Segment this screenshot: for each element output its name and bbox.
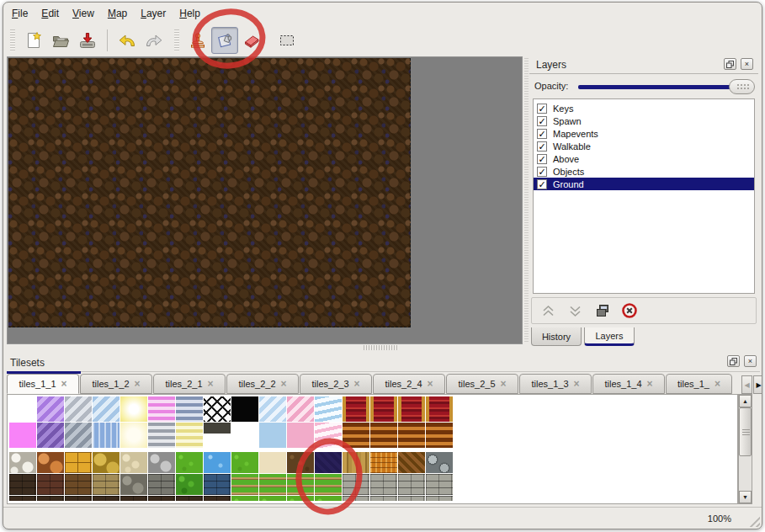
tile-swatch[interactable] bbox=[65, 396, 92, 422]
tile-swatch[interactable] bbox=[287, 396, 314, 422]
tile-swatch[interactable] bbox=[231, 423, 258, 448]
duplicate-layer-button[interactable] bbox=[592, 301, 612, 321]
tile-swatch[interactable] bbox=[315, 496, 342, 501]
tile-swatch[interactable] bbox=[398, 496, 425, 501]
tile-swatch[interactable] bbox=[120, 452, 147, 473]
close-icon[interactable]: × bbox=[744, 355, 757, 367]
eraser-tool-button[interactable] bbox=[238, 27, 265, 54]
tile-swatch[interactable] bbox=[370, 423, 397, 448]
tile-swatch[interactable] bbox=[9, 452, 36, 473]
tile-swatch[interactable] bbox=[315, 423, 342, 448]
tile-swatch[interactable] bbox=[65, 452, 92, 473]
tileset-tab-tiles_2_5[interactable]: tiles_2_5× bbox=[446, 374, 518, 394]
layer-visibility-checkbox[interactable]: ✓ bbox=[537, 116, 547, 126]
tile-swatch[interactable] bbox=[9, 423, 36, 448]
tile-swatch[interactable] bbox=[176, 496, 203, 501]
menu-help[interactable]: Help bbox=[179, 8, 200, 19]
tile-swatch[interactable] bbox=[259, 452, 286, 473]
tile-swatch[interactable] bbox=[93, 423, 120, 448]
tile-swatch[interactable] bbox=[37, 496, 64, 501]
tileset-tab-tiles_2_1[interactable]: tiles_2_1× bbox=[153, 374, 226, 394]
redo-button[interactable] bbox=[141, 27, 167, 54]
tile-swatch[interactable] bbox=[259, 396, 286, 422]
tile-swatch[interactable] bbox=[287, 452, 314, 473]
tileset-tab-tiles_2_3[interactable]: tiles_2_3× bbox=[300, 374, 372, 394]
layer-row-mapevents[interactable]: ✓Mapevents bbox=[534, 127, 754, 140]
tile-swatch[interactable] bbox=[426, 423, 453, 448]
tile-swatch[interactable] bbox=[204, 423, 231, 448]
close-tab-icon[interactable]: × bbox=[501, 378, 507, 390]
tile-swatch[interactable] bbox=[287, 474, 314, 495]
tile-swatch[interactable] bbox=[343, 396, 369, 422]
tile-swatch[interactable] bbox=[231, 452, 258, 473]
tile-swatch[interactable] bbox=[176, 452, 203, 473]
scroll-tabs-right-icon[interactable]: ▶ bbox=[753, 375, 762, 394]
close-tab-icon[interactable]: × bbox=[208, 378, 214, 390]
horizontal-splitter-handle[interactable] bbox=[364, 345, 399, 350]
tile-swatch[interactable] bbox=[398, 396, 425, 422]
rect-select-tool-button[interactable] bbox=[274, 27, 300, 54]
menu-file[interactable]: File bbox=[12, 8, 28, 19]
tile-swatch[interactable] bbox=[37, 396, 64, 422]
tile-swatch[interactable] bbox=[426, 452, 453, 473]
tile-swatch[interactable] bbox=[259, 423, 286, 448]
tile-swatch-highlighted[interactable] bbox=[315, 452, 342, 473]
layer-visibility-checkbox[interactable]: ✓ bbox=[537, 129, 547, 139]
tileset-tab-tiles_1_4[interactable]: tiles_1_4× bbox=[592, 374, 665, 394]
dock-tab-history[interactable]: History bbox=[531, 327, 582, 346]
layer-row-ground[interactable]: ✓Ground bbox=[534, 178, 754, 190]
close-tab-icon[interactable]: × bbox=[354, 378, 360, 390]
tile-swatch[interactable] bbox=[398, 423, 425, 448]
layer-row-keys[interactable]: ✓Keys bbox=[534, 102, 754, 114]
tile-swatch[interactable] bbox=[426, 496, 453, 501]
tile-swatch[interactable] bbox=[9, 396, 36, 422]
tile-swatch[interactable] bbox=[148, 452, 175, 473]
float-window-icon[interactable] bbox=[727, 355, 740, 367]
tile-swatch[interactable] bbox=[204, 474, 231, 495]
tile-swatch[interactable] bbox=[93, 496, 120, 501]
tile-swatch[interactable] bbox=[120, 474, 147, 495]
close-tab-icon[interactable]: × bbox=[135, 378, 141, 390]
palette-scrollbar[interactable]: ▲ ▼ bbox=[738, 394, 752, 504]
tileset-tab-tiles_1_2[interactable]: tiles_1_2× bbox=[80, 374, 152, 394]
layer-visibility-checkbox[interactable]: ✓ bbox=[537, 141, 547, 152]
tileset-tab-tiles_1[interactable]: tiles_1_× bbox=[666, 374, 732, 394]
tile-swatch[interactable] bbox=[65, 496, 92, 501]
layer-row-spawn[interactable]: ✓Spawn bbox=[534, 114, 754, 127]
tile-swatch[interactable] bbox=[93, 396, 120, 422]
close-tab-icon[interactable]: × bbox=[428, 378, 433, 390]
map-canvas[interactable] bbox=[8, 58, 411, 327]
toolbar-drag-handle[interactable] bbox=[10, 29, 15, 51]
tile-swatch[interactable] bbox=[315, 396, 342, 422]
tile-swatch[interactable] bbox=[231, 474, 258, 495]
close-tab-icon[interactable]: × bbox=[647, 378, 653, 390]
tile-swatch[interactable] bbox=[259, 496, 286, 501]
tile-swatch[interactable] bbox=[37, 452, 64, 473]
tile-swatch[interactable] bbox=[93, 474, 120, 495]
tile-swatch[interactable] bbox=[148, 423, 175, 448]
tileset-tab-tiles_1_1[interactable]: tiles_1_1× bbox=[7, 374, 79, 394]
tileset-tab-tiles_1_3[interactable]: tiles_1_3× bbox=[519, 374, 592, 394]
tile-swatch[interactable] bbox=[65, 474, 92, 495]
palette-scrollbar-thumb[interactable] bbox=[739, 407, 752, 456]
close-tab-icon[interactable]: × bbox=[281, 378, 287, 390]
tile-swatch[interactable] bbox=[93, 452, 120, 473]
tile-swatch[interactable] bbox=[204, 396, 231, 422]
layer-row-walkable[interactable]: ✓Walkable bbox=[534, 140, 754, 152]
tile-swatch[interactable] bbox=[426, 396, 453, 422]
import-save-button[interactable] bbox=[74, 27, 101, 54]
tile-swatch[interactable] bbox=[398, 452, 425, 473]
tile-swatch[interactable] bbox=[398, 474, 425, 495]
tile-swatch[interactable] bbox=[343, 452, 369, 473]
tile-swatch[interactable] bbox=[120, 396, 147, 422]
tile-swatch[interactable] bbox=[370, 396, 397, 422]
undo-button[interactable] bbox=[114, 27, 141, 54]
tile-swatch[interactable] bbox=[176, 474, 203, 495]
tileset-tab-tiles_2_4[interactable]: tiles_2_4× bbox=[373, 374, 445, 394]
menu-edit[interactable]: Edit bbox=[41, 8, 59, 19]
tile-swatch[interactable] bbox=[370, 474, 397, 495]
delete-layer-button[interactable] bbox=[619, 301, 639, 321]
tile-swatch[interactable] bbox=[287, 423, 314, 448]
tile-swatch[interactable] bbox=[231, 396, 258, 422]
toolbar-drag-handle-2[interactable] bbox=[174, 29, 179, 51]
